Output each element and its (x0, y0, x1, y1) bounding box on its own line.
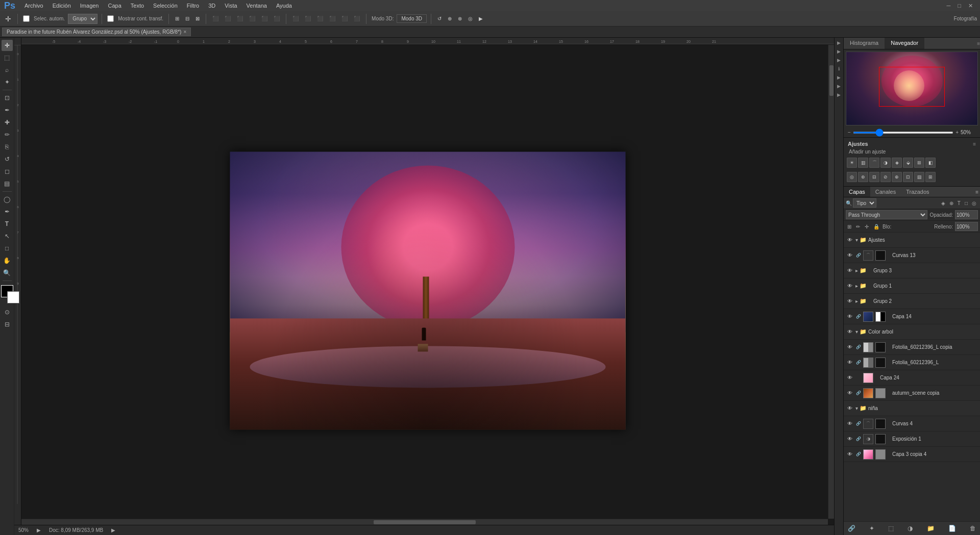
lock-position-btn[interactable]: ✛ (863, 223, 870, 230)
pan-3d-btn[interactable]: ⊕ (446, 15, 454, 22)
adj-hsl[interactable]: ⬙ (903, 158, 913, 168)
zoom-level[interactable]: 50% (18, 527, 29, 533)
navigator-preview[interactable] (846, 52, 978, 125)
panel-menu-btn[interactable]: ≡ (977, 38, 980, 49)
menu-filtro[interactable]: Filtro (183, 2, 203, 10)
document-tab[interactable]: Paradise in the future Rubén Álvarez Gon… (2, 28, 191, 36)
layer-item-grupo2[interactable]: 👁 ▸ 📁 Grupo 2 (844, 294, 980, 309)
adj-menu-btn[interactable]: ≡ (973, 141, 976, 147)
menu-capa[interactable]: Capa (104, 2, 126, 10)
layers-menu-btn[interactable]: ≡ (974, 187, 980, 197)
tab-histograma[interactable]: Histograma (844, 38, 885, 49)
opacity-input[interactable]: 100% (955, 210, 978, 219)
new-layer-btn[interactable]: 📄 (946, 524, 958, 533)
adj-color-lookup[interactable]: ⊟ (869, 172, 879, 182)
quick-mask-btn[interactable]: ⊙ (2, 307, 13, 318)
adj-invert[interactable]: ⊘ (880, 172, 891, 182)
layer-item-color-arbol[interactable]: 👁 ▾ 📁 Color arbol (844, 324, 980, 340)
adj-vibrance[interactable]: ◈ (892, 158, 902, 168)
layer-expand-nina[interactable]: ▾ (855, 405, 858, 411)
layer-item-nina[interactable]: 👁 ▾ 📁 niña (844, 401, 980, 416)
layer-expand-ajustes[interactable]: ▾ (855, 237, 858, 243)
type-tool[interactable]: T (2, 218, 13, 230)
side-icon-info[interactable]: ℹ (835, 65, 843, 73)
layer-eye-capa24[interactable]: 👁 (846, 374, 854, 382)
tab-close-btn[interactable]: × (183, 29, 186, 35)
layer-item-autumn[interactable]: 👁 🔗 autumn_scene copia (844, 386, 980, 401)
crop-tool[interactable]: ⊡ (2, 92, 13, 104)
distribute-btn-1[interactable]: ⬛ (290, 15, 301, 22)
side-icon-adj[interactable]: ▶ (835, 73, 843, 82)
distribute-btn-4[interactable]: ⬛ (327, 15, 337, 22)
transform-checkbox[interactable] (107, 15, 114, 22)
canvas-scroll[interactable] (21, 45, 834, 525)
layer-eye-grupo1[interactable]: 👁 (846, 282, 854, 290)
tab-canales[interactable]: Canales (870, 187, 901, 197)
brush-tool[interactable]: ✏ (2, 129, 13, 140)
delete-layer-btn[interactable]: 🗑 (968, 524, 978, 533)
layer-eye-fotolia-copia[interactable]: 👁 (846, 343, 854, 351)
artwork-canvas[interactable] (230, 151, 626, 429)
heal-tool[interactable]: ✚ (2, 117, 13, 128)
history-brush-tool[interactable]: ↺ (2, 154, 13, 165)
tab-capas[interactable]: Capas (844, 187, 870, 197)
tab-navegador[interactable]: Navegador (885, 38, 924, 49)
distribute-btn-3[interactable]: ⬛ (315, 15, 325, 22)
layer-item-curvas13[interactable]: 👁 🔗 ⌒ Curvas 13 (844, 248, 980, 263)
layer-item-capa24[interactable]: 👁 🔗 Capa 24 (844, 370, 980, 386)
adj-channel-mixer[interactable]: ⊛ (858, 172, 868, 182)
layer-item-curvas4[interactable]: 👁 🔗 ⌒ Curvas 4 (844, 416, 980, 431)
lock-pixels-btn[interactable]: ✏ (854, 223, 862, 230)
move-tool-btn[interactable]: ✛ (3, 14, 13, 24)
layer-expand-color-arbol[interactable]: ▾ (855, 329, 858, 335)
align-btn-1[interactable]: ⊞ (173, 15, 181, 22)
align-left-btn[interactable]: ⬛ (210, 15, 220, 22)
zoom-slider[interactable] (853, 132, 953, 134)
lock-artboard-btn[interactable]: 🔒 (872, 223, 881, 230)
layer-item-ajustes[interactable]: 👁 ▾ 📁 Ajustes (844, 233, 980, 248)
adj-selective-color[interactable]: ⊞ (925, 172, 936, 182)
vertical-scrollbar[interactable] (828, 45, 834, 519)
pen-tool[interactable]: ✒ (2, 206, 13, 217)
menu-seleccion[interactable]: Selección (149, 2, 182, 10)
fill-input[interactable]: 100% (955, 222, 978, 231)
layer-item-fotolia[interactable]: 👁 🔗 Fotolia_60212396_L (844, 355, 980, 370)
background-color[interactable] (7, 291, 19, 303)
layer-item-capa14[interactable]: 👁 🔗 Capa 14 (844, 309, 980, 324)
layer-item-exposicion[interactable]: 👁 🔗 ◑ Exposición 1 (844, 431, 980, 447)
layer-eye-ajustes[interactable]: 👁 (846, 236, 854, 244)
adj-posterize[interactable]: ⊕ (892, 172, 902, 182)
menu-vista[interactable]: Vista (220, 2, 241, 10)
magic-wand-tool[interactable]: ✦ (2, 77, 13, 88)
align-right-btn[interactable]: ⬛ (235, 15, 245, 22)
adj-levels[interactable]: ▥ (858, 158, 868, 168)
adj-curves[interactable]: ⌒ (869, 158, 879, 168)
layer-eye-color-arbol[interactable]: 👁 (846, 328, 854, 336)
align-btn-2[interactable]: ⊟ (183, 15, 191, 22)
menu-ventana[interactable]: Ventana (242, 2, 271, 10)
lasso-tool[interactable]: ⌕ (2, 64, 13, 75)
side-icon-1[interactable]: ▶ (835, 39, 843, 47)
menu-3d[interactable]: 3D (204, 2, 219, 10)
hscroll-thumb[interactable] (374, 520, 476, 524)
menu-ayuda[interactable]: Ayuda (272, 2, 296, 10)
adj-photo-filter[interactable]: ◎ (847, 172, 857, 182)
distribute-btn-5[interactable]: ⬛ (339, 15, 350, 22)
hand-tool[interactable]: ✋ (2, 255, 13, 266)
auto-select-checkbox[interactable] (23, 15, 30, 22)
layer-expand-grupo2[interactable]: ▸ (855, 298, 858, 304)
adj-threshold[interactable]: ⊡ (903, 172, 913, 182)
selection-tool[interactable]: ⬚ (2, 52, 13, 63)
gradient-tool[interactable]: ▤ (2, 178, 13, 189)
distribute-btn-6[interactable]: ⬛ (352, 15, 362, 22)
new-fill-btn[interactable]: ◑ (905, 524, 915, 533)
add-mask-btn[interactable]: ⬚ (886, 524, 896, 533)
blend-mode-select[interactable]: Pass Through Normal Multiply Screen Over… (846, 210, 927, 219)
filter-kind-btn[interactable]: ◈ (940, 200, 947, 207)
adj-gradient-map[interactable]: ▤ (914, 172, 924, 182)
window-close[interactable]: ✕ (965, 3, 976, 9)
layer-eye-exposicion[interactable]: 👁 (846, 435, 854, 443)
layer-item-grupo1[interactable]: 👁 ▸ 📁 Grupo 1 (844, 278, 980, 294)
adj-exposure[interactable]: ◑ (880, 158, 891, 168)
layer-item-capa3copia4[interactable]: 👁 🔗 Capa 3 copia 4 (844, 447, 980, 462)
